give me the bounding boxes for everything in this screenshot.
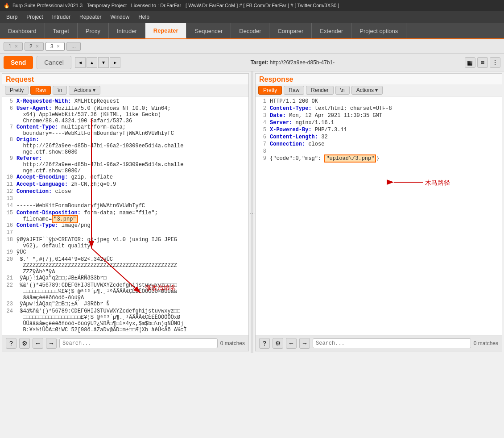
req-line-22: 22 %&'()*456789:CDEFGHIJSTUVWXYZcdefghij… xyxy=(2,282,248,301)
nav-next-next[interactable]: ▸ xyxy=(110,57,120,68)
req-line-17: 17 xyxy=(2,229,248,237)
response-title: Response xyxy=(256,74,502,84)
resp-settings-button[interactable]: ⚙ xyxy=(273,338,283,349)
tab-intruder[interactable]: Intruder xyxy=(109,23,145,38)
req-line-23: 23 ÿÄµw!1AQaq"2□B□;±Á #3Röbr Ñ xyxy=(2,301,248,308)
resp-tab-raw[interactable]: Raw xyxy=(284,86,304,95)
sub-tab-3[interactable]: 3 × xyxy=(45,42,65,51)
resp-tab-pretty[interactable]: Pretty xyxy=(258,86,282,95)
resp-actions-button[interactable]: Actions ▾ xyxy=(351,86,383,95)
req-line-20: 20 $.' ",#(7),01444'9=82<.342ÿÛC ZZZZZZZ… xyxy=(2,256,248,275)
req-line-16: 16Content-Type: image/png xyxy=(2,222,248,229)
req-tab-pretty[interactable]: Pretty xyxy=(5,86,29,95)
request-search-input[interactable] xyxy=(59,338,218,348)
resp-line-9: 9{"code":0,"msg": "upload\/3.pnp"} xyxy=(256,155,502,163)
resp-tab-render[interactable]: Render xyxy=(306,86,333,95)
annotation-trojan-path: 木马路径 xyxy=(425,179,450,187)
menu-project[interactable]: Project xyxy=(22,12,47,22)
req-actions-button[interactable]: Actions ▾ xyxy=(69,86,100,95)
nav-arrows: ◂ ▴ ▾ ▸ xyxy=(75,57,120,68)
resp-line-1: 1HTTP/1.1 200 OK xyxy=(256,98,502,105)
sub-tab-2[interactable]: 2 × xyxy=(25,42,44,51)
target-info: Target: http://26f2a9ee-d85b-47b1- xyxy=(251,59,335,66)
panel-splitter[interactable]: ⋮ xyxy=(251,71,253,353)
resp-tab-newline[interactable]: \n xyxy=(335,86,350,95)
sub-tab-more[interactable]: ... xyxy=(66,42,81,51)
resp-help-button[interactable]: ? xyxy=(259,338,270,349)
resp-line-3: 3Date: Mon, 12 Apr 2021 11:30:35 GMT xyxy=(256,113,502,120)
tab-extender[interactable]: Extender xyxy=(312,23,351,38)
menu-intruder[interactable]: Intruder xyxy=(48,12,75,22)
resp-line-7: 7Connection: close xyxy=(256,141,502,148)
req-line-24: 24 $4á%ñ&'()*56789:CDEFGHIJSTUVWXYZcdefg… xyxy=(2,308,248,333)
resp-line-2: 2Content-Type: text/html; charset=UTF-8 xyxy=(256,105,502,113)
req-line-11: 11Accept-Language: zh-CN,zh;q=0.9 xyxy=(2,181,248,188)
resp-forward-button[interactable]: → xyxy=(299,338,310,349)
tab-repeater[interactable]: Repeater xyxy=(145,23,187,38)
tab-project-options[interactable]: Project options xyxy=(351,23,406,38)
sub-tab-bar: 1 × 2 × 3 × ... xyxy=(0,39,504,54)
req-tab-raw[interactable]: Raw xyxy=(30,86,51,95)
title-bar: 🔥 Burp Suite Professional v2021.3 - Temp… xyxy=(0,0,504,11)
req-line-12: 12Connection: close xyxy=(2,188,248,196)
tab-sequencer[interactable]: Sequencer xyxy=(186,23,231,38)
resp-line-6: 6Content-Length: 32 xyxy=(256,134,502,141)
menu-repeater[interactable]: Repeater xyxy=(75,12,106,22)
request-bottom-bar: ? ⚙ ← → 0 matches xyxy=(2,335,248,351)
nav-prev[interactable]: ▴ xyxy=(87,57,97,68)
menu-bar: Burp Project Intruder Repeater Window He… xyxy=(0,11,504,23)
nav-next[interactable]: ▾ xyxy=(98,57,109,68)
req-tab-newline[interactable]: \n xyxy=(53,86,67,95)
tab-comparer[interactable]: Comparer xyxy=(269,23,312,38)
request-panel: Request Pretty Raw \n Actions ▾ 5X-Reque… xyxy=(2,73,249,351)
request-code-area[interactable]: 5X-Requested-With: XMLHttpRequest 6User-… xyxy=(2,96,248,335)
response-code-area[interactable]: 1HTTP/1.1 200 OK 2Content-Type: text/htm… xyxy=(256,96,502,335)
cancel-button[interactable]: Cancel xyxy=(37,56,71,69)
main-tab-bar: Dashboard Target Proxy Intruder Repeater… xyxy=(0,23,504,39)
req-back-button[interactable]: ← xyxy=(33,338,43,349)
req-line-15: 15Content-Disposition: form-data; name="… xyxy=(2,210,248,222)
resp-back-button[interactable]: ← xyxy=(286,338,297,349)
req-line-18: 18ÿØÿàJFIF``ÿþ>CREATOR: gd-jpeg v1.0 (us… xyxy=(2,237,248,249)
app-logo: 🔥 xyxy=(4,3,10,8)
toolbar: Send Cancel ◂ ▴ ▾ ▸ Target: http://26f2a… xyxy=(0,54,504,71)
sub-tab-1[interactable]: 1 × xyxy=(4,42,23,51)
req-line-13: 13 xyxy=(2,196,248,203)
panels-wrapper: Request Pretty Raw \n Actions ▾ 5X-Reque… xyxy=(0,71,504,353)
req-line-21: 21 ÿÄµ}!1AQa"q2□□;#B±ÁRÑð$3br□ xyxy=(2,275,248,282)
response-bottom-bar: ? ⚙ ← → 0 matches xyxy=(256,335,502,351)
menu-burp[interactable]: Burp xyxy=(2,12,22,22)
req-line-19: 19ÿÛC xyxy=(2,249,248,256)
view-list-button[interactable]: ≡ xyxy=(477,57,488,68)
view-detail-button[interactable]: ⋮ xyxy=(490,57,500,68)
request-title: Request xyxy=(2,74,248,84)
send-button[interactable]: Send xyxy=(4,56,33,69)
title-text: Burp Suite Professional v2021.3 - Tempor… xyxy=(12,3,339,8)
req-line-10: 10Accept-Encoding: gzip, deflate xyxy=(2,174,248,181)
response-panel-toolbar: Pretty Raw Render \n Actions ▾ xyxy=(256,84,502,96)
menu-window[interactable]: Window xyxy=(106,12,134,22)
response-matches: 0 matches xyxy=(474,340,498,346)
req-line-14: 14------WebKitFormBoundaryfjWWAtn6VUWhIy… xyxy=(2,203,248,210)
response-panel: Response Pretty Raw Render \n Actions ▾ … xyxy=(255,73,502,351)
req-settings-button[interactable]: ⚙ xyxy=(19,338,30,349)
req-line-6: 6User-Agent: Mozilla/5.0 (Windows NT 10.… xyxy=(2,105,248,124)
response-search-input[interactable] xyxy=(313,338,471,348)
tab-decoder[interactable]: Decoder xyxy=(231,23,269,38)
tab-target[interactable]: Target xyxy=(45,23,78,38)
nav-prev-prev[interactable]: ◂ xyxy=(75,57,86,68)
req-line-8: 8Origin: http://26f2a9ee-d85b-47b1-96a2-… xyxy=(2,137,248,155)
resp-line-8: 8 xyxy=(256,148,502,155)
req-forward-button[interactable]: → xyxy=(46,338,57,349)
menu-help[interactable]: Help xyxy=(134,12,154,22)
view-grid-button[interactable]: ▦ xyxy=(465,57,475,68)
request-panel-toolbar: Pretty Raw \n Actions ▾ xyxy=(2,84,248,96)
tab-proxy[interactable]: Proxy xyxy=(78,23,109,38)
request-matches: 0 matches xyxy=(220,340,245,346)
tab-dashboard[interactable]: Dashboard xyxy=(0,23,45,38)
req-help-button[interactable]: ? xyxy=(6,338,17,349)
resp-line-5: 5X-Powered-By: PHP/7.3.11 xyxy=(256,127,502,134)
resp-line-4: 4Server: nginx/1.16.1 xyxy=(256,120,502,127)
req-line-9: 9Referer: http://26f2a9ee-d85b-47b1-96a2… xyxy=(2,155,248,174)
req-line-5: 5X-Requested-With: XMLHttpRequest xyxy=(2,98,248,105)
